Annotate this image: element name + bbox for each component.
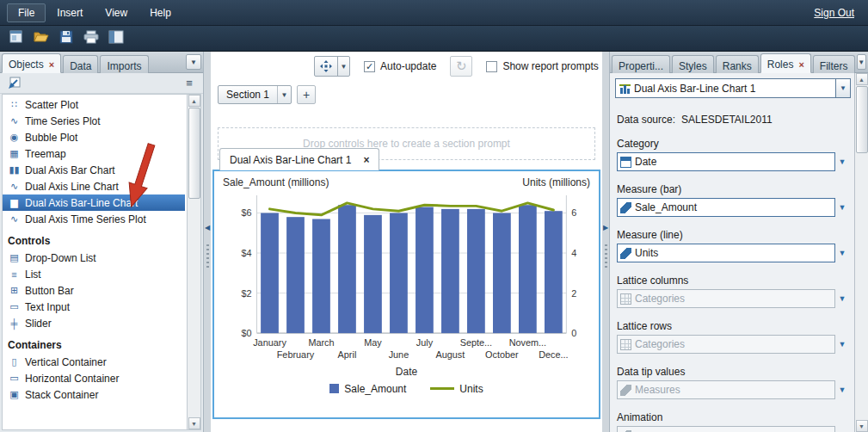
object-item-scatter-plot[interactable]: ∷Scatter Plot (3, 96, 185, 113)
tab-roles[interactable]: Roles× (760, 53, 811, 73)
field-dropdown-icon[interactable]: ▼ (835, 249, 849, 257)
open-button[interactable] (30, 28, 52, 49)
tab-ranks[interactable]: Ranks (716, 55, 759, 73)
print-button[interactable] (80, 28, 102, 49)
left-splitter[interactable]: ◀ (204, 52, 211, 432)
toggle-panel-button[interactable] (105, 28, 127, 49)
object-item-horizontal-container[interactable]: ▭Horizontal Container (3, 370, 185, 386)
scroll-down-icon[interactable]: ▼ (188, 417, 200, 429)
objects-scrollbar[interactable]: ▲ ▼ (187, 95, 200, 429)
section-bar: Section 1 ▼ + (211, 81, 602, 108)
chevron-down-icon[interactable]: ▼ (277, 86, 291, 103)
bar-november[interactable] (519, 205, 537, 333)
save-button[interactable] (55, 28, 77, 49)
tab-filters[interactable]: Filters (813, 55, 855, 73)
close-icon[interactable]: × (363, 154, 369, 166)
chart-object-tab[interactable]: Dual Axis Bar-Line Chart 1 × (219, 148, 379, 170)
collapse-right-icon[interactable]: ▶ (602, 224, 609, 231)
close-tab-icon[interactable]: × (49, 59, 54, 70)
import-objects-icon[interactable] (5, 75, 22, 92)
tab-properti[interactable]: Properti... (612, 55, 670, 73)
new-report-button[interactable] (5, 28, 28, 49)
tab-data[interactable]: Data (63, 55, 98, 73)
object-item-slider[interactable]: ╪Slider (3, 315, 185, 331)
checkbox-icon[interactable] (486, 61, 497, 72)
section-tab[interactable]: Section 1 ▼ (218, 85, 292, 104)
bar-september[interactable] (467, 209, 485, 333)
show-report-prompts-checkbox[interactable]: Show report prompts (486, 60, 598, 72)
collapse-left-icon[interactable]: ◀ (204, 224, 211, 231)
object-item-dual-axis-bar-line-chart[interactable]: ▆Dual Axis Bar-Line Chart (3, 194, 185, 211)
close-tab-icon[interactable]: × (798, 59, 803, 70)
legend-units: Units (430, 383, 483, 395)
bar-february[interactable] (286, 217, 305, 333)
x-axis-tick-label: Septe... (460, 337, 492, 348)
menu-help[interactable]: Help (139, 3, 182, 22)
bar-january[interactable] (261, 213, 279, 334)
bar-october[interactable] (493, 213, 511, 334)
object-item-vertical-container[interactable]: ▯Vertical Container (3, 354, 185, 370)
bar-march[interactable] (312, 219, 330, 333)
scroll-thumb[interactable] (188, 108, 200, 199)
splitter-handle[interactable] (206, 244, 209, 270)
scroll-up-icon[interactable]: ▲ (188, 95, 200, 107)
object-item-dual-axis-line-chart[interactable]: ∿Dual Axis Line Chart (3, 178, 185, 194)
object-item-treemap[interactable]: ▦Treemap (3, 145, 185, 162)
scroll-thumb[interactable] (856, 86, 868, 153)
object-item-dual-axis-time-series-plot[interactable]: ∿Dual Axis Time Series Plot (3, 211, 185, 227)
bar-april[interactable] (338, 205, 356, 333)
object-item-text-input[interactable]: ▭Text Input (3, 299, 185, 315)
tab-overflow-icon[interactable]: ▼ (186, 54, 201, 70)
object-selector[interactable]: Dual Axis Bar-Line Chart 1 (615, 78, 836, 98)
chevron-down-icon[interactable]: ▼ (337, 57, 349, 76)
field-dropdown-icon[interactable]: ▼ (835, 203, 849, 212)
object-item-drop-down-list[interactable]: ▤Drop-Down List (3, 250, 185, 266)
properties-scrollbar[interactable]: ▲ ▼ (854, 73, 868, 432)
splitter-handle[interactable] (605, 244, 607, 270)
right-splitter[interactable]: ▶ (602, 52, 609, 432)
object-item-button-bar[interactable]: ⊞Button Bar (3, 282, 185, 299)
dual-axis-bar-line-chart-object[interactable]: Sale_Amount (millions) Units (millions) … (212, 170, 600, 419)
tab-overflow-icon[interactable]: ▼ (857, 54, 866, 70)
tab-objects[interactable]: Objects× (2, 53, 61, 73)
object-item-list[interactable]: ≡List (3, 266, 185, 282)
auto-update-checkbox[interactable]: ✓ Auto-update (364, 60, 436, 72)
object-item-label: Horizontal Container (25, 373, 119, 385)
bar-july[interactable] (416, 207, 434, 334)
x-axis-tick-label: August (436, 349, 465, 360)
bar-june[interactable] (390, 213, 408, 334)
objects-toolbar: ≡ (0, 73, 203, 94)
checkbox-icon[interactable]: ✓ (364, 61, 375, 72)
object-item-dual-axis-bar-chart[interactable]: ▮▮Dual Axis Bar Chart (3, 162, 185, 178)
object-item-stack-container[interactable]: ▣Stack Container (3, 386, 185, 403)
menu-bar: FileInsertViewHelp Sign Out (0, 0, 868, 26)
tab-styles[interactable]: Styles (672, 55, 714, 73)
resize-view-button[interactable]: ▼ (314, 56, 350, 77)
field-dropdown-icon[interactable]: ▼ (835, 157, 849, 166)
object-item-bubble-plot[interactable]: ◉Bubble Plot (3, 129, 185, 145)
legend-label: Sale_Amount (344, 383, 406, 395)
scroll-down-icon[interactable]: ▼ (856, 420, 868, 432)
menu-insert[interactable]: Insert (46, 3, 94, 22)
bar-may[interactable] (364, 215, 382, 333)
bar-december[interactable] (545, 211, 563, 333)
selector-dropdown-icon[interactable]: ▼ (836, 78, 851, 98)
bar-august[interactable] (441, 209, 459, 333)
open-icon (34, 30, 49, 46)
scroll-up-icon[interactable]: ▲ (856, 73, 868, 85)
refresh-button[interactable]: ↻ (450, 56, 472, 77)
object-item-time-series-plot[interactable]: ∿Time Series Plot (3, 113, 185, 129)
toggle-panel-icon (108, 30, 124, 46)
role-field-measure-line[interactable]: Units (617, 244, 835, 262)
role-label-measure-line: Measure (line) (617, 229, 849, 241)
tab-imports[interactable]: Imports (100, 55, 148, 73)
menu-view[interactable]: View (94, 3, 139, 22)
list-options-icon[interactable]: ≡ (181, 75, 198, 92)
object-item-label: Drop-Down List (25, 252, 96, 264)
x-axis-tick-label: July (416, 337, 434, 348)
role-field-measure-bar[interactable]: Sale_Amount (617, 198, 835, 217)
add-section-button[interactable]: + (297, 85, 316, 104)
menu-file[interactable]: File (7, 3, 46, 22)
sign-out-link[interactable]: Sign Out (814, 7, 854, 19)
role-field-category[interactable]: Date (617, 152, 835, 171)
